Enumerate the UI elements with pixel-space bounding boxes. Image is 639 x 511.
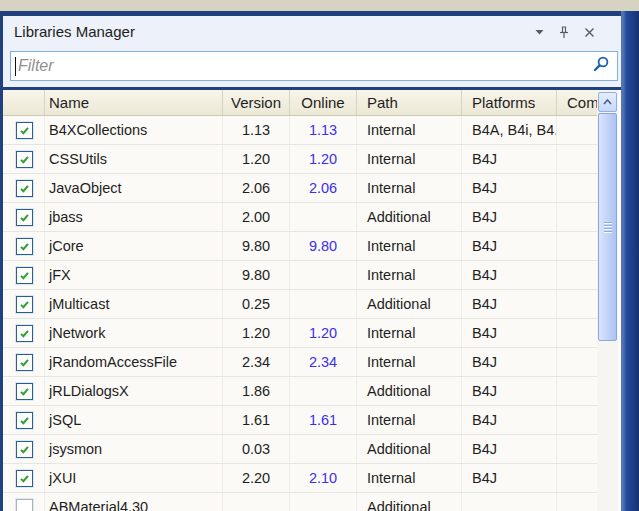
library-comments [557,290,597,318]
library-checkbox[interactable] [16,412,33,429]
table-row[interactable]: jNetwork 1.20 1.20 Internal B4J [3,319,597,348]
library-online-version-link[interactable]: 9.80 [290,232,357,260]
table-row[interactable]: jFX 9.80 Internal B4J [3,261,597,290]
library-checkbox[interactable] [16,383,33,400]
library-checkbox[interactable] [16,325,33,342]
library-comments [557,203,597,231]
table-row[interactable]: jbass 2.00 Additional B4J [3,203,597,232]
vertical-scrollbar[interactable] [597,90,618,511]
titlebar-buttons [531,24,597,40]
header-version[interactable]: Version [223,90,290,115]
library-comments [557,435,597,463]
library-comments [557,348,597,376]
library-comments [557,174,597,202]
table-row[interactable]: ABMaterial4.30 Additional [3,493,597,511]
close-icon [584,27,595,38]
library-online-version-link[interactable] [290,377,357,405]
scrollbar-thumb[interactable] [598,113,617,341]
library-online-version-link[interactable] [290,203,357,231]
library-checkbox[interactable] [16,470,33,487]
library-platforms: B4J [462,406,557,434]
library-platforms: B4J [462,261,557,289]
table-row[interactable]: jXUI 2.20 2.10 Internal B4J [3,464,597,493]
library-path: Internal [357,406,462,434]
library-comments [557,406,597,434]
library-platforms: B4A, B4i, B4. [462,116,557,144]
library-online-version-link[interactable]: 1.20 [290,319,357,347]
library-path: Internal [357,348,462,376]
library-path: Internal [357,116,462,144]
library-platforms: B4J [462,290,557,318]
filter-placeholder: Filter [18,57,592,75]
close-button[interactable] [581,24,597,40]
pin-icon [558,26,570,39]
library-name: jNetwork [45,319,223,347]
library-path: Internal [357,319,462,347]
library-checkbox[interactable] [16,238,33,255]
panel-title: Libraries Manager [14,23,135,40]
panel-titlebar[interactable]: Libraries Manager [3,16,621,51]
library-online-version-link[interactable] [290,493,357,511]
library-name: jRLDialogsX [45,377,223,405]
header-online[interactable]: Online [290,90,357,115]
library-comments [557,232,597,260]
library-version [223,493,290,511]
table-row[interactable]: jsysmon 0.03 Additional B4J [3,435,597,464]
table-row[interactable]: jCore 9.80 9.80 Internal B4J [3,232,597,261]
table-row[interactable]: jRLDialogsX 1.86 Additional B4J [3,377,597,406]
check-icon [19,212,30,223]
library-path: Internal [357,464,462,492]
library-online-version-link[interactable]: 2.34 [290,348,357,376]
window-position-button[interactable] [531,24,547,40]
header-comments[interactable]: Comments [557,90,597,115]
filter-input[interactable]: Filter [10,51,618,81]
library-comments [557,145,597,173]
header-checkbox-column[interactable] [3,90,45,115]
library-comments [557,116,597,144]
table-row[interactable]: B4XCollections 1.13 1.13 Internal B4A, B… [3,116,597,145]
table-row[interactable]: JavaObject 2.06 2.06 Internal B4J [3,174,597,203]
scroll-up-button[interactable] [598,92,617,112]
library-online-version-link[interactable]: 1.61 [290,406,357,434]
header-path[interactable]: Path [357,90,462,115]
library-version: 2.20 [223,464,290,492]
panel-border-right [621,11,639,511]
library-checkbox[interactable] [16,209,33,226]
library-comments [557,261,597,289]
header-name[interactable]: Name [45,90,223,115]
header-platforms[interactable]: Platforms [462,90,557,115]
library-name: CSSUtils [45,145,223,173]
library-path: Additional [357,377,462,405]
auto-hide-pin-button[interactable] [556,24,572,40]
table-row[interactable]: CSSUtils 1.20 1.20 Internal B4J [3,145,597,174]
library-version: 1.13 [223,116,290,144]
library-checkbox[interactable] [16,499,33,511]
library-version: 1.86 [223,377,290,405]
table-row[interactable]: jSQL 1.61 1.61 Internal B4J [3,406,597,435]
library-checkbox[interactable] [16,267,33,284]
check-icon [19,328,30,339]
library-online-version-link[interactable] [290,435,357,463]
library-checkbox[interactable] [16,296,33,313]
library-online-version-link[interactable] [290,290,357,318]
library-online-version-link[interactable]: 2.10 [290,464,357,492]
library-online-version-link[interactable]: 2.06 [290,174,357,202]
library-checkbox[interactable] [16,180,33,197]
library-online-version-link[interactable]: 1.13 [290,116,357,144]
library-online-version-link[interactable] [290,261,357,289]
libraries-table: Name Version Online Path Platforms Comme… [3,90,621,511]
table-row[interactable]: jRandomAccessFile 2.34 2.34 Internal B4J [3,348,597,377]
library-online-version-link[interactable]: 1.20 [290,145,357,173]
search-button[interactable] [592,55,610,77]
library-checkbox[interactable] [16,354,33,371]
table-row[interactable]: jMulticast 0.25 Additional B4J [3,290,597,319]
library-version: 1.20 [223,319,290,347]
library-checkbox[interactable] [16,122,33,139]
library-checkbox[interactable] [16,441,33,458]
scrollbar-grip-icon [604,222,612,233]
library-path: Internal [357,174,462,202]
library-checkbox[interactable] [16,151,33,168]
library-version: 0.25 [223,290,290,318]
table-header-row: Name Version Online Path Platforms Comme… [3,90,597,116]
library-platforms: B4J [462,348,557,376]
